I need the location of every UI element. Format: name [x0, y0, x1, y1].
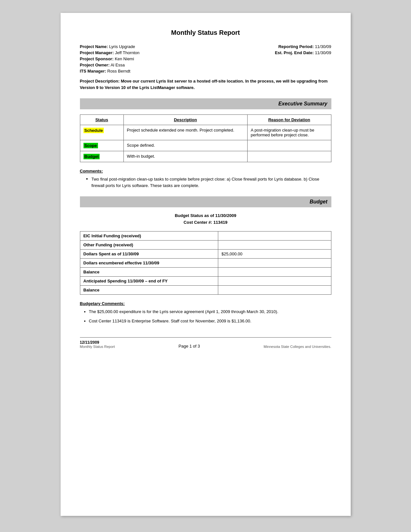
header-section: Project Name: Lyris Upgrade Project Mana… [80, 44, 331, 74]
reporting-period-row: Reporting Period: 11/30/09 [275, 44, 331, 49]
list-item: The $25,000.00 expenditure is for the Ly… [89, 309, 331, 315]
col-header-status: Status [80, 115, 123, 125]
table-row: Dollars encumbered effective 11/30/09 [80, 258, 331, 267]
executive-summary-table: Status Description Reason for Deviation … [80, 114, 331, 162]
reason-cell [247, 140, 331, 151]
comments-list: Two final post-migration clean-up tasks … [80, 176, 331, 189]
budget-label-cell: Dollars Spent as of 11/30/09 [80, 249, 218, 258]
table-row: BudgetWith-in budget. [80, 151, 331, 162]
project-manager-label: Project Manager: [80, 50, 114, 55]
budget-label-cell: Other Funding (received) [80, 240, 218, 249]
budgetary-comments-title: Budgetary Comments: [80, 301, 331, 306]
est-end-value: 11/30/09 [315, 50, 331, 55]
budget-table: EIC Initial Funding (received)Other Fund… [80, 231, 331, 295]
header-right: Reporting Period: 11/30/09 Est. Proj. En… [275, 44, 331, 74]
budget-section-header: Budget [80, 196, 331, 207]
table-row: Other Funding (received) [80, 240, 331, 249]
table-row: Dollars Spent as of 11/30/09$25,000.00 [80, 249, 331, 258]
budget-label-cell: EIC Initial Funding (received) [80, 231, 218, 240]
status-cell: Budget [80, 151, 123, 162]
budget-label-cell: Anticipated Spending 11/30/09 – end of F… [80, 276, 218, 285]
col-header-description: Description [123, 115, 247, 125]
budget-comments-list: The $25,000.00 expenditure is for the Ly… [80, 309, 331, 324]
status-badge: Scope [83, 143, 98, 148]
project-name-row: Project Name: Lyris Upgrade [80, 44, 140, 49]
budget-label-cell: Balance [80, 285, 218, 294]
project-owner-label: Project Owner: [80, 63, 110, 67]
status-cell: Schedule [80, 125, 123, 140]
est-end-label: Est. Proj. End Date: [275, 50, 314, 55]
status-badge: Schedule [83, 128, 104, 133]
its-manager-label: ITS Manager: [80, 69, 106, 74]
table-row: EIC Initial Funding (received) [80, 231, 331, 240]
project-owner-row: Project Owner: Al Essa [80, 63, 140, 67]
reporting-period-label: Reporting Period: [278, 44, 314, 49]
project-name-label: Project Name: [80, 44, 108, 49]
budget-value-cell: $25,000.00 [218, 249, 331, 258]
its-manager-value: Ross Berndt [107, 69, 131, 74]
footer-page: Page 1 of 3 [179, 344, 200, 349]
description-label: Project Description: [80, 79, 120, 84]
budget-label-cell: Dollars encumbered effective 11/30/09 [80, 258, 218, 267]
table-row: ScheduleProject schedule extended one mo… [80, 125, 331, 140]
description-cell: With-in budget. [123, 151, 247, 162]
its-manager-row: ITS Manager: Ross Berndt [80, 69, 140, 74]
description-cell: Scope defined. [123, 140, 247, 151]
budget-value-cell [218, 258, 331, 267]
budget-value-cell [218, 276, 331, 285]
project-description: Project Description: Move our current Ly… [80, 78, 331, 91]
report-title: Monthly Status Report [80, 29, 331, 36]
reason-cell [247, 151, 331, 162]
budget-value-cell [218, 231, 331, 240]
footer-left: 12/11/2009 Monthly Status Report [80, 340, 115, 349]
status-badge: Budget [83, 154, 100, 159]
executive-summary-title: Executive Summary [278, 101, 327, 106]
project-name-value: Lyris Upgrade [109, 44, 135, 49]
footer-date: 12/11/2009 [80, 340, 115, 345]
budget-value-cell [218, 285, 331, 294]
comments-title: Comments: [80, 169, 331, 173]
page-footer: 12/11/2009 Monthly Status Report Page 1 … [80, 337, 331, 349]
description-cell: Project schedule extended one month. Pro… [123, 125, 247, 140]
page: Monthly Status Report Project Name: Lyri… [61, 13, 351, 516]
footer-organization: Minnesota State Colleges and Universitie… [264, 345, 331, 349]
table-row: Balance [80, 267, 331, 276]
budget-status-line1: Budget Status as of 11/30/2009 [80, 212, 331, 219]
list-item: Two final post-migration clean-up tasks … [86, 176, 331, 189]
project-sponsor-row: Project Sponsor: Ken Niemi [80, 56, 140, 61]
header-left: Project Name: Lyris Upgrade Project Mana… [80, 44, 140, 74]
reporting-period-value: 11/30/09 [315, 44, 331, 49]
est-end-row: Est. Proj. End Date: 11/30/09 [275, 50, 331, 55]
project-sponsor-value: Ken Niemi [115, 56, 134, 61]
project-manager-row: Project Manager: Jeff Thornton [80, 50, 140, 55]
budget-label-cell: Balance [80, 267, 218, 276]
footer-report-name: Monthly Status Report [80, 345, 115, 349]
project-sponsor-label: Project Sponsor: [80, 56, 114, 61]
table-row: ScopeScope defined. [80, 140, 331, 151]
table-row: Balance [80, 285, 331, 294]
budget-status-line2: Cost Center #: 113419 [80, 219, 331, 226]
table-row: Anticipated Spending 11/30/09 – end of F… [80, 276, 331, 285]
budget-value-cell [218, 267, 331, 276]
list-item: Cost Center 113419 is Enterprise Softwar… [89, 318, 331, 324]
budgetary-comments: Budgetary Comments: The $25,000.00 expen… [80, 301, 331, 324]
executive-summary-header: Executive Summary [80, 98, 331, 109]
col-header-reason: Reason for Deviation [247, 115, 331, 125]
budget-section-title: Budget [309, 199, 327, 204]
comments-section: Comments: Two final post-migration clean… [80, 169, 331, 189]
project-owner-value: Al Essa [111, 63, 125, 67]
project-manager-value: Jeff Thornton [115, 50, 140, 55]
budget-value-cell [218, 240, 331, 249]
reason-cell: A post-migration clean-up must be perfor… [247, 125, 331, 140]
status-cell: Scope [80, 140, 123, 151]
budget-status-title: Budget Status as of 11/30/2009 Cost Cent… [80, 212, 331, 226]
